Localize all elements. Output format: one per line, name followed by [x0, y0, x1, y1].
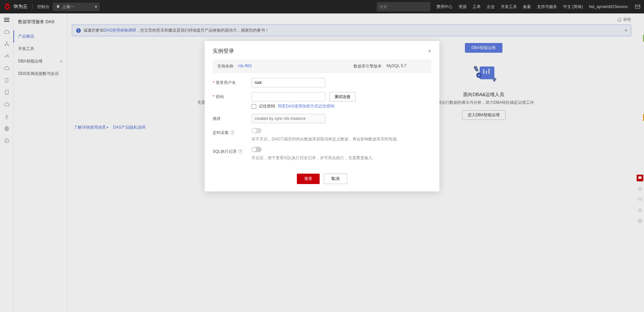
region-selector[interactable]: 上海一 ▾: [53, 3, 100, 11]
brand-name: 华为云: [13, 4, 28, 10]
nav-enterprise[interactable]: 企业: [487, 4, 495, 10]
global-search-input[interactable]: [379, 4, 430, 9]
top-bar: 华为云 控制台 上海一 ▾ 费用中心 资源 工单 企业 开发工具 备案 支持与服…: [0, 0, 644, 13]
region-name: 上海一: [62, 4, 74, 10]
nav-devtools[interactable]: 开发工具: [501, 4, 517, 10]
chevron-down-icon: ▾: [95, 4, 97, 9]
nav-language[interactable]: 中文 (简体): [563, 4, 583, 10]
svg-rect-0: [635, 5, 640, 9]
top-nav: 费用中心 资源 工单 企业 开发工具 备案 支持与服务 中文 (简体) hid_…: [436, 4, 629, 10]
nav-username[interactable]: hid_aycwmbf15svxns-: [589, 4, 629, 9]
nav-billing[interactable]: 费用中心: [436, 4, 452, 10]
huawei-logo-icon: [3, 3, 11, 11]
divider: [32, 4, 33, 9]
mail-icon[interactable]: [635, 4, 641, 10]
nav-support[interactable]: 支持与服务: [537, 4, 557, 10]
nav-beian[interactable]: 备案: [523, 4, 531, 10]
global-search[interactable]: [377, 2, 430, 11]
location-pin-icon: [56, 5, 60, 9]
nav-tickets[interactable]: 工单: [473, 4, 481, 10]
console-link[interactable]: 控制台: [37, 4, 49, 10]
nav-resources[interactable]: 资源: [459, 4, 467, 10]
brand-logo[interactable]: 华为云: [3, 3, 28, 11]
